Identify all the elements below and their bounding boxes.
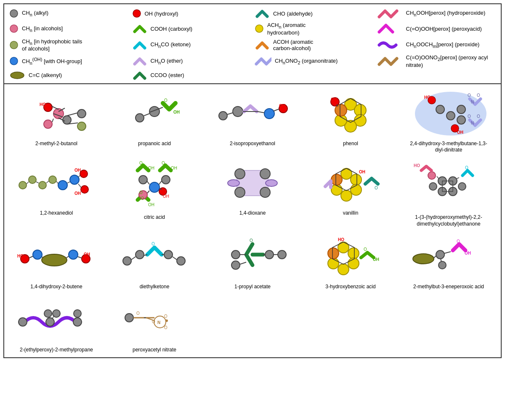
- svg-point-117: [429, 183, 437, 190]
- mol-label-7: citric acid: [144, 214, 165, 221]
- svg-text:O: O: [468, 93, 471, 98]
- mol-label-6: 1,2-hexanediol: [40, 210, 73, 217]
- svg-text:O: O: [477, 93, 480, 98]
- svg-point-49: [436, 105, 444, 114]
- mol-label-13: 1-propyl acetate: [234, 284, 271, 290]
- svg-line-31: [227, 113, 233, 114]
- alkenyl-icon: [9, 71, 25, 80]
- molecules-grid: HO 2-methyl-2-butanol OH O propanoic aci…: [4, 84, 501, 358]
- svg-text:OH: OH: [84, 252, 90, 257]
- mol-cell-2: OH O propanoic acid: [106, 88, 202, 154]
- legend-alkenyl: C=C (alkenyl): [9, 71, 128, 80]
- legend-organonitrate: CHnONO2 (organonitrate): [255, 54, 373, 68]
- svg-point-61: [19, 181, 27, 189]
- svg-point-68: [81, 186, 88, 193]
- svg-point-169: [439, 261, 446, 269]
- mol-dihydroxy-butene: HO OH: [16, 231, 96, 282]
- carboxyl-icon: [132, 24, 147, 33]
- legend-ether: CHnO (ether): [132, 54, 251, 68]
- svg-point-50: [447, 112, 455, 120]
- svg-point-2: [10, 25, 18, 32]
- svg-point-138: [177, 257, 185, 265]
- legend-hydroxyl-label: OH (hydroxyl): [145, 11, 178, 17]
- svg-point-163: [413, 254, 434, 264]
- legend-aldehyde: CHO (aldehyde): [255, 8, 373, 19]
- legend-hydrophobic-ch: CHn [in hydrophobic tailsof alcohols]: [9, 38, 128, 52]
- svg-text:O: O: [164, 98, 167, 103]
- svg-text:OH: OH: [74, 191, 81, 196]
- svg-line-74: [78, 175, 80, 177]
- svg-point-148: [231, 261, 240, 269]
- aldehyde-icon: [255, 9, 270, 18]
- svg-point-4: [10, 41, 18, 49]
- svg-point-66: [70, 175, 79, 184]
- legend-alkyl: CHn (alkyl): [9, 8, 128, 19]
- svg-point-147: [278, 250, 286, 259]
- svg-point-107: [331, 174, 342, 185]
- svg-point-137: [164, 250, 173, 259]
- svg-point-101: [266, 180, 277, 186]
- svg-text:OH: OH: [171, 166, 177, 170]
- svg-point-78: [149, 182, 159, 192]
- svg-line-119: [437, 176, 439, 179]
- svg-line-168: [444, 252, 451, 253]
- svg-text:HO: HO: [17, 254, 24, 258]
- legend-ester-label: CCOO (ester): [151, 72, 184, 78]
- svg-line-33: [258, 112, 264, 113]
- svg-line-73: [67, 182, 70, 183]
- mol-phenol: OH: [311, 88, 391, 139]
- svg-point-146: [265, 250, 274, 259]
- svg-point-1: [133, 10, 141, 17]
- legend-carboxyl: COOH (carboxyl): [132, 22, 251, 36]
- legend-peroxide-label: CHnOOCHm[perox] (peroxide): [406, 41, 480, 49]
- svg-line-71: [46, 181, 49, 183]
- svg-text:OH: OH: [359, 170, 365, 174]
- svg-point-64: [49, 176, 56, 183]
- mol-label-11: 1,4-dihydroxy-2-butene: [30, 284, 82, 290]
- svg-point-171: [19, 318, 27, 326]
- svg-point-103: [351, 174, 361, 185]
- svg-line-70: [36, 182, 39, 183]
- legend-peroxyacid-label: C(=O)OOH[perox] (peroxyacid): [406, 26, 482, 32]
- svg-line-72: [56, 181, 58, 183]
- legend-aromatic-hc: ACHn (aromatichydrocarbon): [255, 22, 373, 36]
- mol-dihydroxy-dinitrate: HO OH N N O O O O: [409, 88, 489, 139]
- svg-text:HO: HO: [338, 237, 344, 242]
- svg-text:O: O: [477, 114, 480, 119]
- mol-1-propyl-acetate: O: [213, 231, 292, 282]
- svg-text:O: O: [139, 161, 143, 165]
- svg-point-97: [260, 169, 270, 179]
- svg-point-5: [10, 57, 18, 65]
- legend-oh-group-ch: CHn(OH) [with OH-group]: [9, 54, 128, 68]
- svg-line-120: [456, 178, 459, 179]
- hydroxyl-icon: [132, 9, 141, 18]
- svg-text:HO: HO: [40, 102, 46, 107]
- alkyl-icon: [9, 9, 19, 18]
- svg-line-177: [49, 317, 50, 318]
- svg-line-69: [27, 182, 29, 184]
- legend-panel: CHn (alkyl) OH (hydroxyl) CHO (aldehyde)…: [4, 4, 501, 84]
- mol-cell-1: HO 2-methyl-2-butanol: [8, 88, 104, 154]
- legend-hydroxyl: OH (hydroxyl): [132, 8, 251, 19]
- mol-cell-12: O diethylketone: [106, 231, 202, 290]
- legend-ester: CCOO (ester): [132, 71, 251, 80]
- mol-3-hydroxybenzoic-acid: HO OH O: [311, 231, 391, 282]
- mol-cell-15: OH O 2-methylbut-3-eneperoxoic acid: [401, 231, 497, 290]
- svg-point-79: [139, 175, 147, 184]
- mol-cell-16: 2-(ethylperoxy)-2-methylpropane: [8, 295, 104, 354]
- legend-alkenyl-label: C=C (alkenyl): [29, 72, 62, 78]
- svg-point-154: [348, 248, 359, 259]
- svg-point-41: [335, 104, 347, 116]
- mol-2-isopropoxyethanol: OH: [213, 88, 292, 139]
- svg-point-100: [228, 180, 239, 186]
- legend-hydroperoxide: CHnOOH[perox] (hydroperoxide): [377, 8, 496, 19]
- legend-alkyl-label: CHn (alkyl): [22, 10, 48, 17]
- svg-point-104: [351, 184, 361, 195]
- svg-text:O: O: [136, 311, 140, 316]
- svg-point-172: [46, 318, 54, 326]
- svg-text:OH: OH: [148, 202, 154, 207]
- svg-point-65: [58, 181, 67, 190]
- peroxide-icon: [377, 39, 403, 51]
- svg-point-124: [33, 250, 42, 259]
- aromatic-hc-icon: [255, 24, 264, 33]
